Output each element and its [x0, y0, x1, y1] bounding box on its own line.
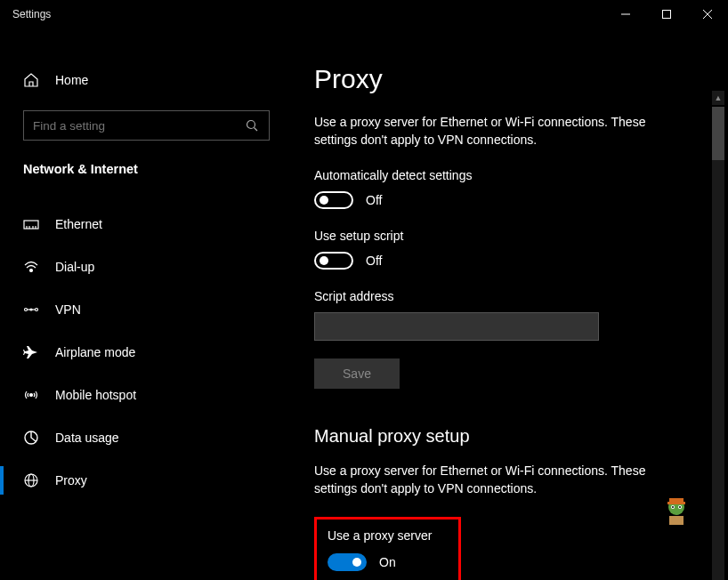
use-proxy-state: On — [379, 555, 396, 569]
proxy-description: Use a proxy server for Ethernet or Wi-Fi… — [314, 114, 679, 149]
vpn-icon — [23, 302, 39, 318]
maximize-button[interactable] — [646, 0, 687, 28]
section-label: Network & Internet — [0, 162, 287, 176]
sidebar: Home Network & Internet Ethernet Dial-up — [0, 28, 287, 580]
svg-line-5 — [255, 128, 258, 132]
setup-script-state: Off — [366, 254, 382, 268]
sidebar-item-vpn[interactable]: VPN — [0, 288, 287, 331]
svg-rect-28 — [669, 516, 684, 525]
svg-rect-23 — [667, 502, 685, 504]
datausage-icon — [23, 430, 39, 446]
auto-detect-toggle[interactable] — [314, 191, 353, 209]
sidebar-item-label: Airplane mode — [55, 345, 135, 359]
sidebar-item-proxy[interactable]: Proxy — [0, 459, 287, 502]
titlebar: Settings — [0, 0, 728, 28]
highlight-box: Use a proxy server On — [314, 517, 461, 580]
script-address-label: Script address — [314, 289, 728, 303]
setup-script-toggle[interactable] — [314, 252, 353, 270]
home-button[interactable]: Home — [0, 62, 287, 98]
sidebar-item-label: Proxy — [55, 473, 87, 487]
scrollbar[interactable] — [712, 107, 724, 580]
main-pane: Proxy Use a proxy server for Ethernet or… — [287, 28, 728, 580]
sidebar-item-hotspot[interactable]: Mobile hotspot — [0, 374, 287, 416]
sidebar-item-label: Mobile hotspot — [55, 388, 136, 402]
hotspot-icon — [23, 387, 39, 403]
svg-point-4 — [247, 121, 255, 129]
scrollbar-thumb[interactable] — [712, 107, 724, 160]
page-title: Proxy — [314, 64, 728, 94]
dialup-icon — [23, 259, 39, 275]
sidebar-item-label: VPN — [55, 302, 81, 317]
search-input[interactable] — [33, 119, 244, 133]
sidebar-item-label: Ethernet — [55, 217, 102, 231]
home-label: Home — [55, 73, 88, 87]
search-input-wrap[interactable] — [23, 110, 270, 141]
sidebar-item-dialup[interactable]: Dial-up — [0, 246, 287, 288]
auto-detect-state: Off — [366, 193, 382, 207]
use-proxy-toggle[interactable] — [328, 553, 367, 571]
sidebar-item-airplane[interactable]: Airplane mode — [0, 331, 287, 374]
ethernet-icon — [23, 216, 39, 232]
svg-rect-1 — [663, 11, 671, 19]
minimize-button[interactable] — [605, 0, 646, 28]
manual-proxy-description: Use a proxy server for Ethernet or Wi-Fi… — [314, 463, 679, 497]
sidebar-item-datausage[interactable]: Data usage — [0, 416, 287, 459]
home-icon — [23, 72, 39, 88]
svg-point-16 — [30, 394, 33, 397]
save-button[interactable]: Save — [314, 358, 400, 389]
svg-point-27 — [679, 506, 681, 508]
close-button[interactable] — [687, 0, 728, 28]
window-title: Settings — [12, 8, 51, 20]
svg-point-26 — [672, 506, 674, 508]
manual-proxy-heading: Manual proxy setup — [314, 426, 728, 447]
sidebar-item-label: Dial-up — [55, 260, 94, 274]
setup-script-label: Use setup script — [314, 229, 728, 243]
search-icon — [244, 117, 260, 133]
sidebar-item-ethernet[interactable]: Ethernet — [0, 203, 287, 246]
airplane-icon — [23, 344, 39, 360]
auto-detect-label: Automatically detect settings — [314, 168, 728, 182]
script-address-input[interactable] — [314, 312, 599, 341]
proxy-icon — [23, 472, 39, 488]
svg-point-11 — [30, 270, 33, 272]
svg-point-12 — [25, 309, 28, 311]
svg-point-13 — [36, 309, 38, 311]
sidebar-item-label: Data usage — [55, 431, 119, 445]
scroll-up-arrow[interactable]: ▲ — [712, 91, 724, 105]
avatar — [660, 495, 692, 527]
use-proxy-label: Use a proxy server — [328, 528, 448, 543]
